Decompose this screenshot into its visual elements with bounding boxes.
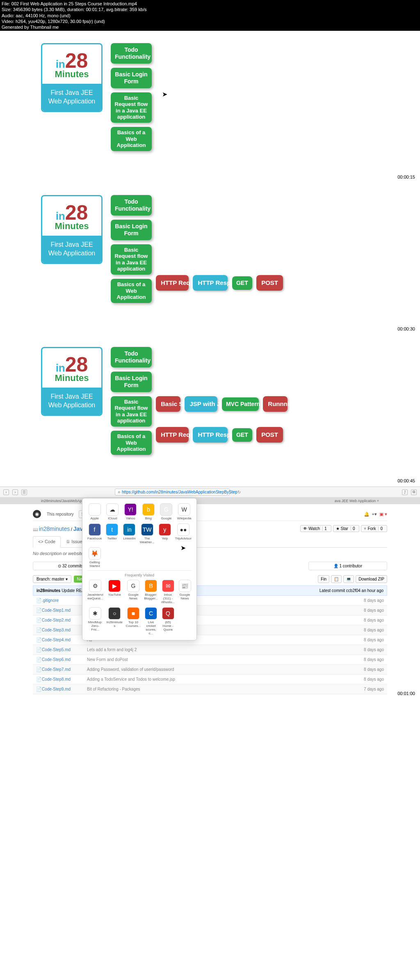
latest-commit-info[interactable]: Latest commit ccb2f04 an hour ago xyxy=(320,588,383,593)
file-name[interactable]: Code-Step9.md xyxy=(42,687,87,691)
favorite-item[interactable]: WWikipedia xyxy=(177,503,192,520)
favorite-item[interactable]: CLive cricket scores, c... xyxy=(144,607,158,635)
favorite-icon: ▶ xyxy=(108,580,121,592)
file-row[interactable]: 📄Code-Step7.mdAdding Password, validatio… xyxy=(33,665,387,675)
file-icon: 📄 xyxy=(36,677,42,682)
favorite-item[interactable]: 📰Google News xyxy=(178,580,192,604)
back-button[interactable]: ‹ xyxy=(3,489,9,495)
logo-card: in28 Minutes First Java JEE Web Applicat… xyxy=(41,195,103,264)
favorite-item[interactable]: ●●TripAdvisor xyxy=(175,523,192,544)
file-name[interactable]: Code-Step4.md xyxy=(42,638,87,642)
favorite-icon: B xyxy=(145,580,157,592)
file-commit-msg[interactable]: Adding Password, validation of userid/pa… xyxy=(87,667,364,672)
favorite-label: Google News xyxy=(178,593,192,600)
favorite-label: Yahoo xyxy=(123,516,138,520)
create-menu[interactable]: +▾ xyxy=(372,512,377,517)
file-date: 8 days ago xyxy=(364,618,384,622)
reload-icon[interactable]: ↻ xyxy=(237,490,241,494)
download-zip-button[interactable]: Download ZIP xyxy=(356,575,387,583)
copy-icon[interactable]: 📋 xyxy=(331,575,342,583)
logo-card: in28 Minutes First Java JEE Web Applicat… xyxy=(41,347,103,416)
favorite-icon: Y! xyxy=(124,503,137,516)
github-icon: ○ xyxy=(118,490,120,494)
favorite-label: The Weather... xyxy=(139,537,154,544)
favorite-item[interactable]: BBlogger: Blogger... xyxy=(144,580,158,604)
url-bar[interactable]: ○ https://github.com/in28minutes/JavaWeb… xyxy=(115,489,230,496)
favorite-item[interactable]: ☁iCloud xyxy=(105,503,120,520)
favorite-item[interactable]: Y!Yahoo xyxy=(123,503,138,520)
file-name[interactable]: .gitignore xyxy=(42,598,87,603)
tab-2[interactable]: ava JEE Web Application xyxy=(335,499,376,503)
get-block: GET xyxy=(232,428,252,442)
file-name[interactable]: Code-Step2.md xyxy=(42,618,87,622)
fork-button[interactable]: ⑂ Fork0 xyxy=(361,525,387,532)
file-line: File: 002 First Web Application in 25 St… xyxy=(2,1,418,7)
file-name[interactable]: Code-Step5.md xyxy=(42,647,87,652)
favorite-item[interactable]: GGoogle xyxy=(159,503,174,520)
file-row[interactable]: 📄Code-Step9.mdBit of Refactoring - Packa… xyxy=(33,684,387,694)
favorite-item[interactable]: 🦊Getting Started xyxy=(87,547,102,568)
notifications-icon[interactable]: 🔔 xyxy=(364,512,370,517)
avatar-icon[interactable]: ▣ ▾ xyxy=(379,512,387,517)
favorite-item[interactable]: bBing xyxy=(141,503,156,520)
star-button[interactable]: ★ Star0 xyxy=(333,525,360,532)
servlet-block: Basic Servlet xyxy=(156,396,180,412)
favorite-item[interactable]: tTwitter xyxy=(105,523,119,544)
favorite-item[interactable]: ▶YouTube xyxy=(107,580,123,604)
contributors-count[interactable]: 👤 1 contributor xyxy=(308,562,387,570)
favorite-item[interactable]: Apple xyxy=(87,503,102,520)
file-row[interactable]: 📄Code-Step5.mdLets add a form and log4j … xyxy=(33,645,387,655)
get-block: GET xyxy=(232,276,252,290)
favorite-item[interactable]: ⚙JavaIntervi ewQuest... xyxy=(87,580,103,604)
github-logo-icon[interactable]: ◉ xyxy=(33,510,41,518)
forward-button[interactable]: › xyxy=(12,489,18,495)
file-row[interactable]: 📄Code-Step6.mdNew Form and doPost8 days … xyxy=(33,655,387,665)
favorite-icon: ●● xyxy=(177,523,189,536)
topic-request: Basic Request flow in a Java EE applicat… xyxy=(111,244,152,275)
file-name[interactable]: Code-Step1.md xyxy=(42,608,87,613)
generated-line: Generated by Thumbnail me xyxy=(2,24,418,30)
commit-author[interactable]: in28minutes xyxy=(37,588,60,593)
favorite-item[interactable]: GGoogle News xyxy=(126,580,141,604)
logo-in: in xyxy=(56,58,65,70)
branch-select[interactable]: Branch: master ▾ xyxy=(33,575,71,583)
favorite-item[interactable]: ✉Inbox (311) - rithustu... xyxy=(161,580,175,604)
topic-login: Basic Login Form xyxy=(111,68,152,88)
favorite-item[interactable]: ■Top 10 Courses... xyxy=(126,607,141,635)
favorite-icon: f xyxy=(89,523,101,536)
favorite-label: in28minute s xyxy=(107,620,123,628)
watch-button[interactable]: 👁 Watch1 xyxy=(300,525,331,532)
file-commit-msg[interactable]: Lets add a form and log4j 2 xyxy=(87,647,364,652)
post-block: POST xyxy=(256,427,283,443)
sidebar-button[interactable]: ☰ xyxy=(21,489,27,495)
file-commit-msg[interactable]: Adding a TodoService and Todos to welcom… xyxy=(87,677,364,682)
file-name[interactable]: Code-Step8.md xyxy=(42,677,87,682)
share-button[interactable]: ⤴ xyxy=(402,489,408,495)
url-text: https://github.com/in28minutes/JavaWebAp… xyxy=(122,490,237,494)
video-metadata-header: File: 002 First Web Application in 25 St… xyxy=(0,0,420,31)
file-commit-msg[interactable]: Bit of Refactoring - Packages xyxy=(87,687,364,691)
topic-basics: Basics of a Web Application xyxy=(111,431,152,455)
favorite-icon: ✉ xyxy=(162,580,174,592)
file-row[interactable]: 📄Code-Step8.mdAdding a TodoService and T… xyxy=(33,675,387,684)
code-tab[interactable]: <> Code xyxy=(33,536,61,548)
file-name[interactable]: Code-Step7.md xyxy=(42,667,87,672)
tabs-button[interactable]: ⧉ xyxy=(411,489,417,495)
repo-owner[interactable]: in28minutes xyxy=(39,526,70,532)
thumbnail-frame-2: in28 Minutes First Java JEE Web Applicat… xyxy=(0,183,420,335)
find-file-button[interactable]: Fin xyxy=(318,575,329,583)
file-name[interactable]: Code-Step3.md xyxy=(42,628,87,632)
favorite-item[interactable]: inLinkedIn xyxy=(122,523,136,544)
favorite-item[interactable]: ✱MindMup: Zero-Fric... xyxy=(87,607,103,635)
favorite-item[interactable]: TWThe Weather... xyxy=(139,523,154,544)
repo-scope[interactable]: This repository xyxy=(44,511,76,518)
desktop-icon[interactable]: 💻 xyxy=(343,575,354,583)
file-name[interactable]: Code-Step6.md xyxy=(42,657,87,662)
favorite-item[interactable]: fFacebook xyxy=(87,523,102,544)
favorite-item[interactable]: Q(65) Home - Quora xyxy=(161,607,175,635)
favorite-item[interactable]: ○in28minute s xyxy=(107,607,123,635)
favorite-item[interactable]: yYelp xyxy=(158,523,172,544)
topic-basics: Basics of a Web Application xyxy=(111,279,152,303)
new-tab-button[interactable]: + xyxy=(377,499,379,503)
file-commit-msg[interactable]: New Form and doPost xyxy=(87,657,364,662)
